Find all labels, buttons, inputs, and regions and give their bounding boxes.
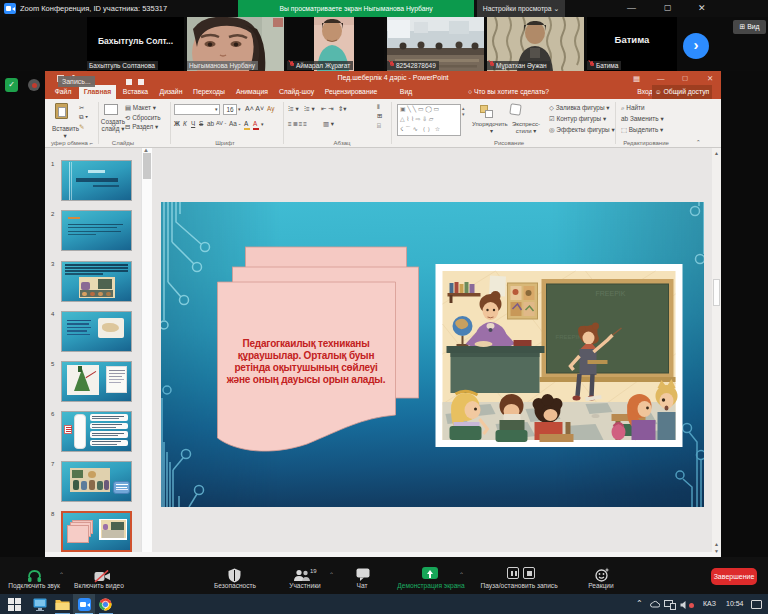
svg-text:FREEPIK: FREEPIK bbox=[555, 334, 581, 340]
svg-text:FREEPIK: FREEPIK bbox=[595, 290, 625, 297]
